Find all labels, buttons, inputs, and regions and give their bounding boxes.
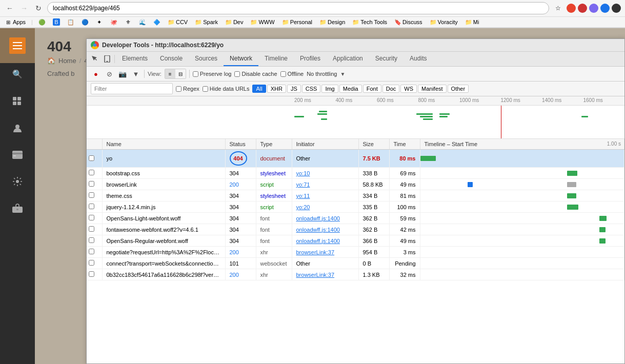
filter-type-xhr[interactable]: XHR — [267, 85, 286, 93]
row-checkbox[interactable] — [89, 192, 94, 198]
filter-type-font[interactable]: Font — [363, 85, 381, 93]
tab-application[interactable]: Application — [327, 52, 369, 66]
address-bar[interactable] — [47, 2, 549, 14]
row-checkbox[interactable] — [89, 204, 94, 209]
hide-data-urls-label[interactable]: Hide data URLs — [203, 86, 250, 92]
bookmark-design[interactable]: 📁Design — [318, 18, 347, 26]
row-name-cell[interactable]: 0b32cc183cf54617a6a116628b6c298f?version… — [102, 269, 225, 280]
bookmark-www[interactable]: 📁WWW — [249, 18, 276, 26]
bookmark-voracity[interactable]: 📁Voracity — [428, 18, 459, 26]
bookmark-b8[interactable]: 🌊 — [137, 18, 148, 26]
th-type[interactable]: Type — [256, 139, 292, 150]
table-row[interactable]: negotiate?requestUrl=http%3A%2F%2Flocalh… — [87, 247, 624, 258]
table-row[interactable]: browserLink200scriptyo:7158.8 KB49 ms — [87, 179, 624, 190]
initiator-link[interactable]: onloadwff.js:1400 — [296, 215, 340, 221]
breadcrumb-home-link[interactable]: Home — [58, 57, 76, 65]
initiator-link[interactable]: onloadwff.js:1400 — [296, 238, 340, 244]
filter-input[interactable] — [91, 83, 173, 94]
filter-type-ws[interactable]: WS — [400, 85, 417, 93]
regex-checkbox[interactable] — [176, 86, 182, 92]
table-row[interactable]: theme.css304stylesheetyo:11334 B81 ms — [87, 190, 624, 201]
disable-cache-checkbox[interactable] — [234, 71, 240, 77]
offline-label[interactable]: Offline — [280, 71, 304, 77]
row-checkbox[interactable] — [89, 237, 94, 243]
row-name-cell[interactable]: jquery-1.12.4.min.js — [102, 201, 225, 213]
throttle-selector[interactable]: No throttling — [307, 71, 337, 77]
row-checkbox[interactable] — [89, 215, 94, 220]
chrome-extension-2[interactable] — [578, 4, 587, 13]
reload-button[interactable]: ↻ — [33, 3, 44, 14]
sidebar-item-payment[interactable] — [0, 143, 35, 167]
row-name-cell[interactable]: OpenSans-Light-webfont.woff — [102, 213, 225, 224]
row-name-cell[interactable]: theme.css — [102, 190, 225, 201]
filter-type-img[interactable]: Img — [321, 85, 338, 93]
view-detail-button[interactable]: ⊟ — [175, 69, 186, 78]
bookmark-spark[interactable]: 📁Spark — [193, 18, 219, 26]
initiator-link[interactable]: yo:10 — [296, 170, 310, 176]
row-checkbox[interactable] — [89, 226, 94, 232]
devtools-mobile-icon[interactable] — [101, 53, 113, 65]
tab-console[interactable]: Console — [154, 52, 189, 66]
chrome-extension-1[interactable] — [567, 4, 576, 13]
throttle-arrow[interactable]: ▼ — [340, 71, 345, 77]
filter-type-js[interactable]: JS — [287, 85, 301, 93]
bookmark-b2[interactable]: B — [51, 18, 62, 26]
bookmark-b5[interactable]: ✦ — [94, 18, 105, 26]
row-checkbox[interactable] — [89, 170, 94, 175]
bookmark-b3[interactable]: 📋 — [66, 18, 76, 26]
row-initiator-cell[interactable]: yo:71 — [292, 179, 358, 190]
row-name-cell[interactable]: fontawesome-webfont.woff2?v=4.6.1 — [102, 224, 225, 235]
row-name-cell[interactable]: negotiate?requestUrl=http%3A%2F%2Flocalh… — [102, 247, 225, 258]
th-status[interactable]: Status — [225, 139, 256, 150]
initiator-link[interactable]: browserLink:37 — [296, 249, 335, 255]
row-initiator-cell[interactable]: browserLink:37 — [292, 247, 358, 258]
filter-button[interactable]: ▼ — [131, 69, 141, 79]
bookmark-mi[interactable]: 📁Mi — [463, 18, 481, 26]
bookmark-b4[interactable]: 🔵 — [80, 18, 90, 26]
table-row[interactable]: OpenSans-Regular-webfont.woff304fontonlo… — [87, 235, 624, 247]
row-initiator-cell[interactable]: browserLink:37 — [292, 269, 358, 280]
row-checkbox[interactable] — [89, 271, 94, 277]
camera-button[interactable]: 📷 — [117, 69, 128, 79]
tab-elements[interactable]: Elements — [116, 52, 154, 66]
row-initiator-cell[interactable]: yo:20 — [292, 201, 358, 213]
tab-profiles[interactable]: Profiles — [294, 52, 327, 66]
th-time[interactable]: Time — [389, 139, 420, 150]
th-name[interactable]: Name — [102, 139, 225, 150]
table-row[interactable]: fontawesome-webfont.woff2?v=4.6.1304font… — [87, 224, 624, 235]
filter-type-all[interactable]: All — [252, 85, 266, 93]
bookmark-apps[interactable]: ⊞ Apps — [3, 18, 27, 26]
forward-button[interactable]: → — [18, 3, 30, 14]
filter-type-manifest[interactable]: Manifest — [418, 85, 447, 93]
table-row[interactable]: 0b32cc183cf54617a6a116628b6c298f?version… — [87, 269, 624, 280]
row-name-cell[interactable]: browserLink — [102, 179, 225, 190]
row-initiator-cell[interactable]: onloadwff.js:1400 — [292, 224, 358, 235]
hamburger-button[interactable] — [9, 37, 26, 54]
disable-cache-label[interactable]: Disable cache — [234, 71, 277, 77]
table-row[interactable]: bootstrap.css304stylesheetyo:10338 B69 m… — [87, 168, 624, 179]
devtools-inspect-icon[interactable] — [89, 53, 101, 65]
filter-type-other[interactable]: Other — [448, 85, 469, 93]
initiator-link[interactable]: yo:20 — [296, 204, 310, 210]
row-name-cell[interactable]: connect?transport=webSockets&connectionT… — [102, 258, 225, 269]
offline-checkbox[interactable] — [280, 71, 286, 77]
chrome-extension-3[interactable] — [589, 4, 598, 13]
row-name-cell[interactable]: bootstrap.css — [102, 168, 225, 179]
table-row[interactable]: jquery-1.12.4.min.js304scriptyo:20335 B1… — [87, 201, 624, 213]
bookmark-star-button[interactable]: ☆ — [552, 3, 563, 14]
hide-data-urls-checkbox[interactable] — [203, 86, 208, 92]
row-checkbox[interactable] — [89, 181, 94, 187]
view-list-button[interactable]: ≡ — [165, 69, 175, 78]
regex-label[interactable]: Regex — [176, 86, 199, 92]
chrome-extension-4[interactable] — [600, 4, 610, 13]
row-initiator-cell[interactable]: onloadwff.js:1400 — [292, 213, 358, 224]
th-size[interactable]: Size — [358, 139, 389, 150]
bookmark-b6[interactable]: 🐙 — [109, 18, 119, 26]
chrome-extension-5[interactable] — [612, 4, 621, 13]
th-timeline[interactable]: Timeline – Start Time 1.00 s — [420, 139, 624, 150]
row-name-cell[interactable]: OpenSans-Regular-webfont.woff — [102, 235, 225, 247]
tab-timeline[interactable]: Timeline — [258, 52, 294, 66]
row-initiator-cell[interactable]: yo:11 — [292, 190, 358, 201]
bookmark-dev[interactable]: 📁Dev — [224, 18, 245, 26]
th-initiator[interactable]: Initiator — [292, 139, 358, 150]
